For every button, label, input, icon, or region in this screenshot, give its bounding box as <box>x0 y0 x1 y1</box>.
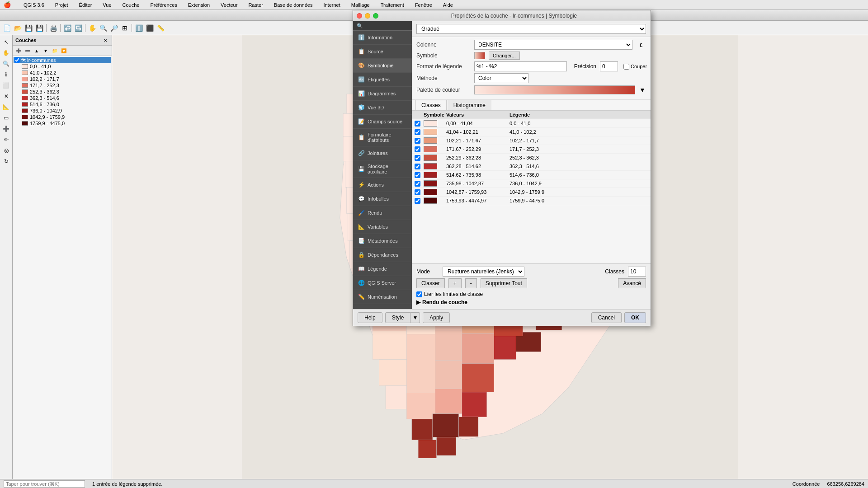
deselect-tool[interactable]: ✕ <box>1 91 11 101</box>
open-btn[interactable]: 📂 <box>13 23 23 33</box>
status-search-input[interactable] <box>4 480 85 488</box>
nav-item-stockage[interactable]: 💾Stockage auxiliaire <box>353 160 412 178</box>
menu-editer[interactable]: Éditer <box>77 2 94 8</box>
measure-btn[interactable]: 📏 <box>156 23 165 33</box>
row-check-input[interactable] <box>415 164 420 169</box>
nav-item-qgis_server[interactable]: 🌐QGIS Server <box>353 276 412 290</box>
row-check-input[interactable] <box>415 129 420 135</box>
nav-item-information[interactable]: ℹ️Information <box>353 31 412 45</box>
menu-preferences[interactable]: Préférences <box>148 2 179 8</box>
save-btn[interactable]: 💾 <box>24 23 33 33</box>
menu-raster[interactable]: Raster <box>246 2 264 8</box>
layer-lr-communes[interactable]: 🗺 lr-communes <box>14 57 111 63</box>
tab-classes[interactable]: Classes <box>415 100 447 110</box>
print-btn[interactable]: 🖨️ <box>48 23 58 33</box>
table-row[interactable]: 41,04 - 102,21 41,0 - 102,2 <box>412 128 651 136</box>
zoom-full-btn[interactable]: ⊞ <box>120 23 130 33</box>
help-btn[interactable]: Help <box>358 312 382 323</box>
zoom-tool[interactable]: 🔍 <box>1 59 11 69</box>
apple-menu[interactable]: 🍎 <box>4 1 11 8</box>
row-check-input[interactable] <box>415 138 420 144</box>
row-check-input[interactable] <box>415 198 420 204</box>
rotate-tool[interactable]: ↻ <box>1 156 11 166</box>
avance-btn[interactable]: Avancé <box>618 278 646 288</box>
palette-dropdown-btn[interactable]: ▼ <box>639 85 646 95</box>
minus-btn[interactable]: - <box>465 278 477 288</box>
pan-btn[interactable]: ✋ <box>87 23 97 33</box>
rendu-couche-row[interactable]: ▶ Rendu de couche <box>416 298 646 306</box>
layer-up-btn[interactable]: ▲ <box>33 47 41 55</box>
nav-item-infobulles[interactable]: 💬Infobulles <box>353 192 412 206</box>
table-row[interactable]: 102,21 - 171,67 102,2 - 171,7 <box>412 136 651 145</box>
methode-select[interactable]: Color <box>474 73 528 83</box>
nav-item-variables[interactable]: 📐Variables <box>353 220 412 234</box>
nav-item-etiquettes[interactable]: 🔤Étiquettes <box>353 73 412 87</box>
change-symbol-btn[interactable]: Changer... <box>489 52 520 60</box>
new-project-btn[interactable]: 📄 <box>2 23 12 33</box>
nav-item-rendu[interactable]: 🖌️Rendu <box>353 206 412 220</box>
nav-search-input[interactable] <box>353 21 412 31</box>
nav-item-legende[interactable]: 📖Légende <box>353 262 412 276</box>
menu-projet[interactable]: Projet <box>53 2 70 8</box>
nav-item-diagrammes[interactable]: 📊Diagrammes <box>353 87 412 101</box>
table-row[interactable]: 514,62 - 735,98 514,6 - 736,0 <box>412 171 651 179</box>
precision-input[interactable] <box>600 61 618 71</box>
couper-checkbox[interactable] <box>623 64 629 70</box>
classes-count-input[interactable] <box>628 267 646 277</box>
close-button[interactable] <box>357 13 362 19</box>
nav-item-actions[interactable]: ⚡Actions <box>353 178 412 192</box>
column-select[interactable]: DENSITE <box>474 40 632 50</box>
select-rect-tool[interactable]: ⬜ <box>1 80 11 90</box>
menu-maillage[interactable]: Maillage <box>349 2 372 8</box>
lier-checkbox[interactable] <box>416 291 422 297</box>
row-check-input[interactable] <box>415 155 420 161</box>
menu-couche[interactable]: Couche <box>121 2 142 8</box>
nav-item-dependances[interactable]: 🔒Dépendances <box>353 248 412 262</box>
style-dropdown-btn[interactable]: ▼ <box>410 312 420 323</box>
table-row[interactable]: 362,28 - 514,62 362,3 - 514,6 <box>412 162 651 171</box>
nav-item-champs[interactable]: 📝Champs source <box>353 115 412 129</box>
edit-tool[interactable]: ✏ <box>1 135 11 145</box>
redo-btn[interactable]: ↪️ <box>73 23 83 33</box>
symb-type-select[interactable]: Gradué <box>416 24 646 34</box>
classer-btn[interactable]: Classer <box>416 278 445 288</box>
row-check-input[interactable] <box>415 146 420 152</box>
row-check-input[interactable] <box>415 189 420 195</box>
identify-btn[interactable]: ℹ️ <box>134 23 144 33</box>
nav-item-vue3d[interactable]: 🧊Vue 3D <box>353 101 412 115</box>
minimize-button[interactable] <box>365 13 370 19</box>
menu-traitement[interactable]: Traitement <box>379 2 406 8</box>
legend-format-input[interactable] <box>474 61 567 71</box>
table-row[interactable]: 171,67 - 252,29 171,7 - 252,3 <box>412 145 651 154</box>
tab-histogramme[interactable]: Histogramme <box>448 100 491 110</box>
table-row[interactable]: 1759,93 - 4474,97 1759,9 - 4475,0 <box>412 197 651 205</box>
measure-line-tool[interactable]: 📐 <box>1 102 11 112</box>
table-row[interactable]: 252,29 - 362,28 252,3 - 362,3 <box>412 154 651 162</box>
menu-bdd[interactable]: Base de données <box>272 2 315 8</box>
nav-item-symbologie[interactable]: 🎨Symbologie <box>353 59 412 73</box>
undo-btn[interactable]: ↩️ <box>62 23 72 33</box>
layer-group-btn[interactable]: 📁 <box>51 47 59 55</box>
menu-extension[interactable]: Extension <box>186 2 212 8</box>
table-row[interactable]: 0,00 - 41,04 0,0 - 41,0 <box>412 119 651 128</box>
save-as-btn[interactable]: 💾 <box>34 23 44 33</box>
nav-item-formulaire[interactable]: 📋Formulaire d'attributs <box>353 129 412 146</box>
select-btn[interactable]: ⬛ <box>145 23 155 33</box>
table-row[interactable]: 735,98 - 1042,87 736,0 - 1042,9 <box>412 179 651 188</box>
row-check-input[interactable] <box>415 121 420 127</box>
layer-filter-btn[interactable]: 🔽 <box>60 47 68 55</box>
measure-area-tool[interactable]: ▭ <box>1 113 11 123</box>
menu-vue[interactable]: Vue <box>101 2 113 8</box>
zoom-out-btn[interactable]: 🔎 <box>109 23 119 33</box>
menu-fenetre[interactable]: Fenêtre <box>413 2 434 8</box>
maximize-button[interactable] <box>373 13 378 19</box>
add-layer-btn[interactable]: ➕ <box>14 47 23 55</box>
layers-close-btn[interactable]: ✕ <box>102 37 109 44</box>
cancel-btn[interactable]: Cancel <box>591 312 622 323</box>
nav-item-numerisation[interactable]: ✏️Numérisation <box>353 290 412 304</box>
column-expr-btn[interactable]: ε <box>636 40 646 50</box>
layer-checkbox[interactable] <box>14 57 20 63</box>
plus-btn[interactable]: + <box>448 278 462 288</box>
add-layer-tool[interactable]: ➕ <box>1 124 11 134</box>
ok-btn[interactable]: OK <box>624 312 646 323</box>
